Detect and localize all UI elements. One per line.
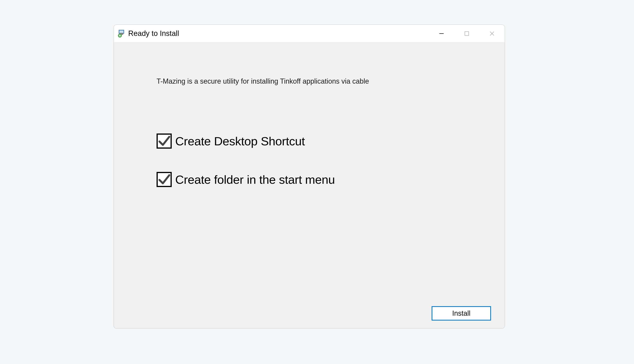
description-text: T-Mazing is a secure utility for install… xyxy=(157,77,369,85)
minimize-button[interactable] xyxy=(429,25,454,42)
titlebar: Ready to Install xyxy=(114,25,505,42)
window-controls xyxy=(429,25,505,42)
installer-icon xyxy=(117,30,126,38)
options-group: Create Desktop Shortcut Create folder in… xyxy=(157,134,335,210)
maximize-button xyxy=(454,25,479,42)
option-desktop-shortcut[interactable]: Create Desktop Shortcut xyxy=(157,134,335,149)
window-title: Ready to Install xyxy=(128,29,429,38)
content-area: T-Mazing is a secure utility for install… xyxy=(114,42,505,328)
option-label: Create Desktop Shortcut xyxy=(175,134,305,148)
close-button xyxy=(479,25,505,42)
checkbox-desktop-shortcut[interactable] xyxy=(157,134,172,149)
option-label: Create folder in the start menu xyxy=(175,173,335,186)
installer-window: Ready to Install T-Mazing is a secure ut… xyxy=(113,24,505,329)
svg-rect-5 xyxy=(465,32,469,36)
install-button[interactable]: Install xyxy=(432,306,491,320)
checkbox-start-menu-folder[interactable] xyxy=(157,172,172,187)
option-start-menu-folder[interactable]: Create folder in the start menu xyxy=(157,172,335,187)
svg-rect-1 xyxy=(119,30,124,33)
